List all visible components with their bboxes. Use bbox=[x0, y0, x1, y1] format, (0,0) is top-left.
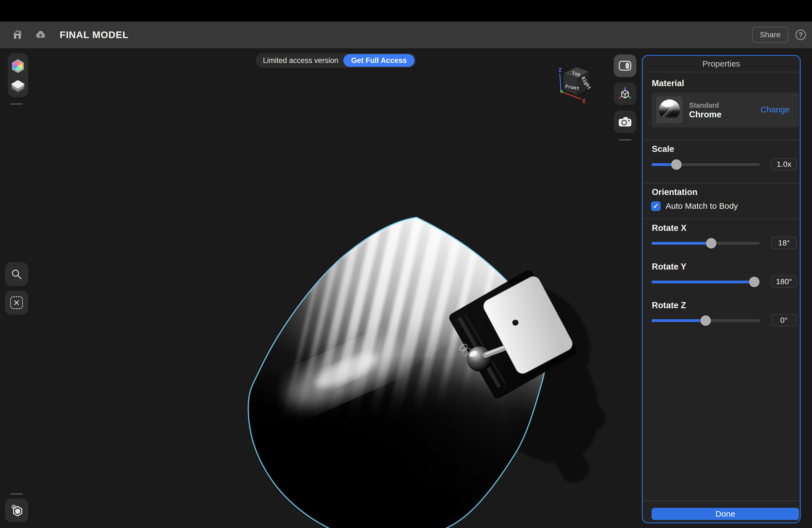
panel-divider bbox=[643, 72, 800, 72]
footer-divider bbox=[643, 500, 800, 501]
chrome-sphere-icon bbox=[658, 99, 681, 121]
cloud-upload-icon bbox=[36, 29, 45, 41]
material-library-button[interactable] bbox=[11, 59, 25, 73]
deselect-button[interactable] bbox=[5, 291, 28, 314]
app-window: FINAL MODEL Share ? Limited access versi… bbox=[0, 0, 812, 528]
left-tool-group bbox=[8, 53, 28, 97]
properties-panel: Properties Material bbox=[642, 55, 801, 523]
axis-z-label: Z bbox=[559, 67, 562, 73]
material-heading: Material bbox=[652, 78, 684, 88]
auto-match-label: Auto Match to Body bbox=[666, 201, 738, 211]
rotate-z-heading: Rotate Z bbox=[652, 300, 686, 310]
scale-value[interactable]: 1.0x bbox=[771, 158, 797, 171]
panel-title: Properties bbox=[643, 56, 800, 72]
rotate-x-value[interactable]: 18° bbox=[771, 237, 797, 249]
scale-heading: Scale bbox=[652, 144, 674, 154]
layers-icon bbox=[12, 79, 24, 91]
gizmo-mode-button[interactable] bbox=[614, 82, 636, 105]
search-icon bbox=[11, 269, 22, 280]
rotate-y-heading: Rotate Y bbox=[652, 262, 686, 272]
top-toolbar: FINAL MODEL Share ? bbox=[0, 21, 812, 48]
cloud-sync-button[interactable] bbox=[34, 28, 47, 41]
auto-match-row: Auto Match to Body bbox=[651, 201, 795, 211]
change-material-button[interactable]: Change bbox=[759, 105, 791, 115]
axis-origin-dot bbox=[560, 90, 563, 93]
rotate-y-slider-track[interactable] bbox=[652, 281, 760, 283]
axis-z-line bbox=[560, 73, 561, 91]
scale-slider[interactable]: 1.0x bbox=[652, 159, 799, 170]
done-button[interactable]: Done bbox=[652, 508, 799, 520]
deselect-icon bbox=[10, 296, 23, 309]
question-mark-icon: ? bbox=[798, 31, 802, 39]
snapshot-button[interactable] bbox=[614, 111, 636, 133]
material-row[interactable]: Standard Chrome Change bbox=[652, 92, 799, 127]
share-button[interactable]: Share bbox=[752, 27, 788, 43]
get-full-access-button[interactable]: Get Full Access bbox=[343, 54, 415, 67]
help-button[interactable]: ? bbox=[795, 30, 806, 40]
panel-toggle-icon bbox=[619, 61, 632, 71]
section-divider bbox=[643, 140, 800, 140]
rotate-y-value[interactable]: 180° bbox=[771, 275, 797, 288]
left-bottom-divider bbox=[10, 493, 23, 495]
left-toolbar-divider bbox=[10, 103, 23, 105]
axis-x-label: X bbox=[582, 98, 585, 105]
asset-hexagon-icon bbox=[9, 503, 24, 518]
rotate-z-slider-handle[interactable] bbox=[700, 316, 711, 326]
axes-cube-icon bbox=[619, 87, 632, 100]
section-divider bbox=[643, 183, 800, 184]
right-toolbar-divider bbox=[619, 139, 632, 141]
home-button[interactable] bbox=[11, 28, 24, 41]
color-hexagon-icon bbox=[11, 59, 25, 73]
home-icon bbox=[13, 29, 22, 40]
rotate-y-slider[interactable]: 180° bbox=[652, 276, 799, 287]
rotate-x-slider-handle[interactable] bbox=[706, 238, 716, 249]
layers-button[interactable] bbox=[12, 79, 24, 91]
limited-access-banner: Limited access version Get Full Access bbox=[256, 53, 416, 68]
material-name: Chrome bbox=[689, 109, 721, 120]
rotate-y-slider-handle[interactable] bbox=[749, 277, 759, 287]
view-orientation-cube[interactable]: Z X Top Front Right bbox=[552, 63, 599, 108]
orientation-heading: Orientation bbox=[652, 187, 697, 197]
section-divider bbox=[643, 219, 800, 219]
assets-button[interactable] bbox=[5, 498, 28, 522]
document-title: FINAL MODEL bbox=[60, 29, 129, 40]
rotate-z-slider-track[interactable] bbox=[652, 319, 760, 322]
scale-slider-handle[interactable] bbox=[671, 159, 682, 170]
toggle-panel-button[interactable] bbox=[614, 54, 636, 77]
limited-access-label: Limited access version bbox=[263, 56, 338, 65]
rotate-x-slider[interactable]: 18° bbox=[652, 237, 799, 249]
camera-icon bbox=[619, 117, 632, 127]
rotate-z-slider[interactable]: 0° bbox=[652, 315, 799, 326]
rotate-x-heading: Rotate X bbox=[652, 223, 686, 233]
rotate-z-value[interactable]: 0° bbox=[771, 314, 797, 326]
rotate-x-slider-track[interactable] bbox=[652, 242, 760, 245]
scale-slider-track[interactable] bbox=[652, 163, 760, 166]
material-thumbnail bbox=[656, 97, 683, 123]
window-top-strip bbox=[0, 0, 812, 21]
auto-match-checkbox[interactable] bbox=[651, 201, 661, 211]
material-type: Standard bbox=[689, 101, 719, 109]
search-button[interactable] bbox=[5, 262, 28, 286]
